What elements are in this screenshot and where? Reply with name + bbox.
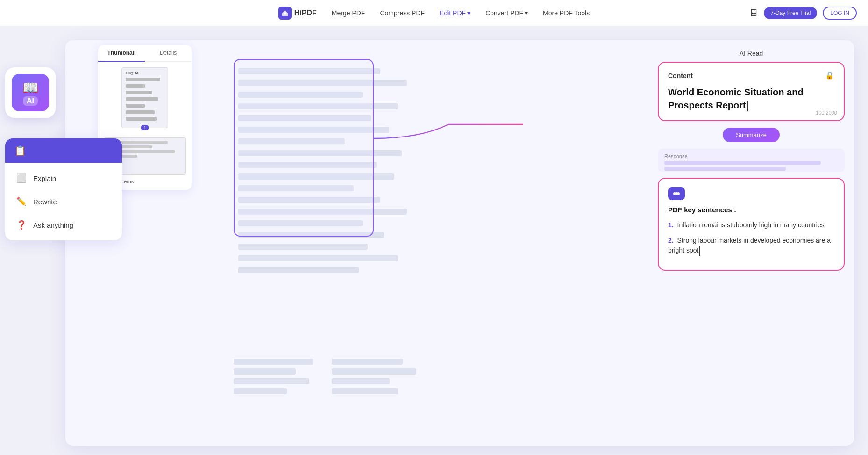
chat-icon — [668, 187, 685, 200]
ai-icon-inner: 📖 AI — [12, 74, 49, 111]
thumb-page-1: EC@LM. 1 — [98, 62, 192, 134]
content-box-header: Content 🔒 — [668, 71, 834, 80]
nav-merge-pdf[interactable]: Merge PDF — [332, 9, 365, 17]
pdf-selection-box — [234, 59, 374, 237]
ai-read-title: AI Read — [658, 50, 845, 57]
char-count: 100/2000 — [816, 110, 837, 116]
thumb-image-1: EC@LM. 1 — [121, 67, 168, 128]
lock-icon: 🔒 — [825, 71, 834, 80]
logo-icon — [278, 7, 292, 20]
nav-actions: 🖥 7-Day Free Trial LOG IN — [749, 7, 857, 20]
response-area: Response — [658, 149, 845, 172]
trial-button[interactable]: 7-Day Free Trial — [764, 7, 817, 19]
nav-more-tools[interactable]: More PDF Tools — [543, 9, 590, 17]
response-label: Response — [664, 153, 838, 159]
ask-icon: ❓ — [16, 220, 27, 230]
clipboard-icon: 📋 — [14, 145, 26, 156]
browser-window: Thumbnail Details EC@LM. 1 — [65, 40, 854, 446]
thumbnail-tabs: Thumbnail Details — [98, 45, 192, 62]
text-cursor-2 — [699, 246, 700, 256]
ai-menu-items: ⬜ Explain ✏️ Rewrite ❓ Ask anything — [5, 163, 122, 240]
ai-badge: AI — [23, 96, 38, 106]
response-item-2: 2. Strong labour markets in developed ec… — [668, 236, 834, 256]
tab-details[interactable]: Details — [145, 45, 192, 61]
content-text[interactable]: World Economic Situation and Prospects R… — [668, 86, 834, 112]
logo[interactable]: HiPDF — [278, 7, 317, 20]
pdf-viewer-area — [229, 54, 425, 399]
content-label: Content — [668, 72, 693, 79]
ai-menu: 📋 ⬜ Explain ✏️ Rewrite ❓ Ask anything — [5, 138, 122, 240]
ai-content-box: Content 🔒 World Economic Situation and P… — [658, 62, 845, 121]
chevron-down-icon: ▾ — [525, 9, 528, 17]
text-cursor — [747, 101, 748, 111]
ai-response-box: PDF key sentences : 1. Inflation remains… — [658, 178, 845, 271]
nav-compress-pdf[interactable]: Compress PDF — [380, 9, 425, 17]
pdf-bottom — [234, 359, 420, 394]
response-item-1: 1. Inflation remains stubbornly high in … — [668, 220, 834, 230]
ai-icon-card: 📖 AI — [5, 67, 56, 118]
book-icon: 📖 — [22, 80, 39, 95]
ai-read-panel: AI Read Content 🔒 World Economic Situati… — [658, 50, 845, 271]
response-title: PDF key sentences : — [668, 206, 834, 214]
nav-convert-pdf[interactable]: Convert PDF ▾ — [485, 9, 528, 17]
nav-edit-pdf[interactable]: Edit PDF ▾ — [440, 9, 470, 17]
ai-menu-header: 📋 — [5, 138, 122, 163]
tab-thumbnail[interactable]: Thumbnail — [98, 45, 145, 62]
summarize-area: Summarize — [658, 128, 845, 142]
chevron-down-icon: ▾ — [467, 9, 470, 17]
explain-icon: ⬜ — [16, 173, 27, 183]
menu-item-rewrite[interactable]: ✏️ Rewrite — [5, 190, 122, 213]
svg-point-0 — [284, 12, 286, 15]
navbar: HiPDF Merge PDF Compress PDF Edit PDF ▾ … — [0, 0, 868, 26]
main-area: 📖 AI Thumbnail Details EC@LM. — [0, 26, 868, 455]
login-button[interactable]: LOG IN — [823, 7, 857, 20]
summarize-button[interactable]: Summarize — [723, 128, 780, 142]
rewrite-icon: ✏️ — [16, 196, 27, 207]
menu-item-ask[interactable]: ❓ Ask anything — [5, 213, 122, 237]
page-badge-1: 1 — [141, 125, 149, 130]
monitor-icon: 🖥 — [749, 7, 758, 18]
response-preview-lines — [664, 161, 838, 171]
menu-item-explain[interactable]: ⬜ Explain — [5, 166, 122, 190]
svg-point-3 — [677, 192, 680, 195]
logo-text: HiPDF — [294, 9, 317, 17]
